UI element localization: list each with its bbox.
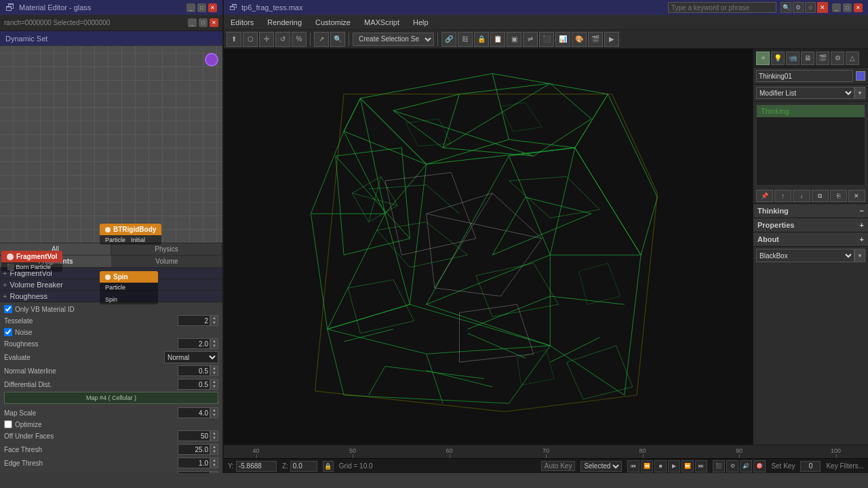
props-icon-light[interactable]: 💡 [771, 52, 785, 65]
face-thresh-input[interactable] [178, 444, 210, 455]
props-color-box[interactable] [856, 71, 865, 81]
props-modifier-select[interactable]: Modifier List [756, 87, 854, 99]
roughness-input[interactable] [178, 338, 210, 349]
tb-arc-rotate[interactable]: ↗ [314, 32, 329, 47]
menu-rendering[interactable]: Rendering [264, 17, 304, 28]
next-btn[interactable]: ⏩ [682, 460, 694, 472]
main-close[interactable]: ✕ [854, 3, 863, 12]
node-fragmentvol[interactable]: FragmentVol ⬛ Born Particle [0, 249, 64, 273]
normal-waterline-input[interactable] [178, 365, 210, 376]
tb-select-region[interactable]: ⬡ [243, 32, 258, 47]
map-button[interactable]: Map #4 ( Cellular ) [4, 392, 218, 404]
tb-rotate[interactable]: ↺ [275, 32, 290, 47]
mini-btn-4[interactable]: 🎯 [753, 460, 766, 472]
main-maximize[interactable]: □ [843, 3, 852, 12]
differential-dist-spinner[interactable]: ▲▼ [210, 379, 218, 390]
optimize-check[interactable] [4, 420, 12, 428]
lock-icon[interactable]: 🔒 [323, 461, 334, 472]
viewport[interactable] [224, 49, 753, 445]
off-under-faces-spinner[interactable]: ▲▼ [210, 430, 218, 441]
menu-customize[interactable]: Customize [313, 17, 353, 28]
props-modifier-arrow[interactable]: ▼ [854, 87, 865, 99]
main-minimize[interactable]: _ [832, 3, 841, 12]
z-input[interactable] [290, 461, 317, 472]
prev-btn[interactable]: ⏪ [641, 460, 653, 472]
stop-btn[interactable]: ■ [654, 460, 667, 472]
options-icon[interactable]: ⚙ [793, 2, 804, 13]
menu-help[interactable]: Help [410, 17, 431, 28]
props-name-input[interactable] [756, 70, 853, 82]
only-vb-material-check[interactable] [4, 305, 12, 313]
search-input[interactable] [668, 2, 776, 13]
timeline-ruler[interactable]: 40 50 60 70 80 90 100 [224, 445, 868, 458]
frame-input[interactable] [800, 461, 821, 472]
next-frame-btn[interactable]: ⏭ [695, 460, 707, 472]
props-icon-environment[interactable]: ⚙ [831, 52, 844, 65]
y-input[interactable] [236, 461, 277, 472]
tb-layer[interactable]: 📋 [490, 32, 505, 47]
edge-thresh-input[interactable] [178, 458, 210, 468]
differential-dist-input[interactable] [178, 379, 210, 390]
selected-dropdown[interactable]: Selected [580, 461, 622, 472]
face-thresh-spinner[interactable]: ▲▼ [210, 444, 218, 455]
evaluate-select[interactable]: NormalFastSlow [164, 351, 218, 363]
tb-zoom[interactable]: 🔍 [330, 32, 345, 47]
node-close[interactable]: ✕ [210, 18, 218, 27]
tb-select-cursor[interactable]: ⬆ [226, 32, 241, 47]
node-minimize[interactable]: _ [188, 18, 197, 27]
props-icon-render[interactable]: 🎬 [816, 52, 829, 65]
node-btrigidbody[interactable]: BTRigidBody Particle Initial [98, 222, 163, 246]
mini-btn-3[interactable]: 🔊 [740, 460, 752, 472]
mod-up-btn[interactable]: ↑ [774, 190, 791, 202]
tb-material[interactable]: 🎨 [572, 32, 587, 47]
tb-render-setup[interactable]: 🎬 [588, 32, 603, 47]
prev-frame-btn[interactable]: ⏮ [627, 460, 639, 472]
edge-thresh-spinner[interactable]: ▲▼ [210, 458, 218, 468]
menu-maxscript[interactable]: MAXScript [361, 17, 402, 28]
normal-waterline-spinner[interactable]: ▲▼ [210, 365, 218, 376]
roughness-spinner[interactable]: ▲▼ [210, 338, 218, 349]
tb-link[interactable]: 🔗 [441, 32, 456, 47]
timeline[interactable]: 40 50 60 70 80 90 100 [224, 445, 868, 458]
modifier-thinking[interactable]: Thinking [757, 105, 865, 117]
close-icon[interactable]: ✕ [817, 2, 828, 13]
mod-down-btn[interactable]: ↓ [793, 190, 810, 202]
modifier-list-box[interactable]: Thinking [756, 104, 865, 186]
mod-pin-btn[interactable]: 📌 [756, 190, 773, 202]
bookmark-icon[interactable]: ☆ [805, 2, 816, 13]
key-filters-label[interactable]: Key Filters... [826, 462, 864, 470]
bias-input[interactable] [178, 471, 210, 473]
tb-mirror[interactable]: ⇌ [523, 32, 538, 47]
tb-bind[interactable]: 🔒 [474, 32, 489, 47]
mod-delete-btn[interactable]: ✕ [848, 190, 865, 202]
mod-paste-btn[interactable]: ⎘ [830, 190, 847, 202]
noise-check[interactable] [4, 328, 12, 336]
subtab-volume[interactable]: Volume [111, 256, 222, 267]
props-section-about-header[interactable]: About + [753, 232, 868, 246]
minimize-button[interactable]: _ [186, 3, 195, 12]
props-dropdown-arrow[interactable]: ▼ [854, 249, 865, 262]
props-icon-display[interactable]: 🖥 [801, 52, 814, 65]
props-section-properties-header[interactable]: Properties + [753, 218, 868, 232]
tb-graph[interactable]: 📊 [555, 32, 570, 47]
tb-group[interactable]: ▣ [507, 32, 521, 47]
tb-render[interactable]: ▶ [604, 32, 619, 47]
tb-move[interactable]: ✛ [259, 32, 274, 47]
props-blackbox-select[interactable]: BlackBox Standard [756, 249, 854, 262]
mini-btn-1[interactable]: ⬛ [713, 460, 725, 472]
maximize-button[interactable]: □ [197, 3, 206, 12]
close-button[interactable]: ✕ [208, 3, 217, 12]
play-btn[interactable]: ▶ [668, 460, 680, 472]
tb-align[interactable]: ⬛ [539, 32, 554, 47]
node-restore[interactable]: □ [199, 18, 208, 27]
node-spin[interactable]: Spin Particle Spin [98, 270, 159, 306]
tb-scale[interactable]: % [292, 32, 307, 47]
tb-unlink[interactable]: ⛓ [458, 32, 473, 47]
mod-copy-btn[interactable]: ⧉ [812, 190, 829, 202]
mini-btn-2[interactable]: ⚙ [726, 460, 738, 472]
tesselate-spinner[interactable]: ▲▼ [210, 315, 218, 326]
search-icon[interactable]: 🔍 [781, 2, 791, 13]
menu-editors[interactable]: Editors [228, 17, 256, 28]
props-icon-sun[interactable]: ☀ [756, 52, 770, 65]
map-scale-input[interactable] [178, 407, 210, 418]
